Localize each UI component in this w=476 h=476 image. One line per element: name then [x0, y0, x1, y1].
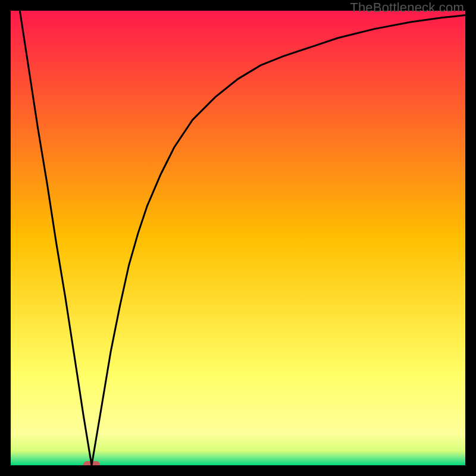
chart-svg	[11, 11, 465, 465]
chart-frame	[11, 11, 465, 465]
watermark-text: TheBottleneck.com	[350, 0, 464, 15]
